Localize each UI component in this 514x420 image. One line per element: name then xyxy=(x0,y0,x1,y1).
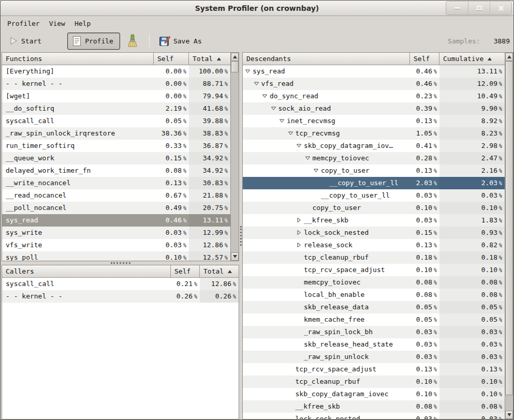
expander-open-icon[interactable] xyxy=(313,168,319,173)
table-row[interactable]: _raw_spin_unlock_irqrestore38.36%38.83% xyxy=(2,127,230,140)
scroll-down-button[interactable] xyxy=(505,411,513,419)
tree-row[interactable]: vfs_read0.46%12.09% xyxy=(243,78,505,90)
self-value: 0.10% xyxy=(410,376,439,388)
tree-row[interactable]: tcp_rcv_space_adjust0.10%0.10% xyxy=(243,264,505,276)
reset-button[interactable] xyxy=(123,33,142,49)
minimize-button[interactable] xyxy=(446,2,468,14)
function-name: inet_recvmsg xyxy=(243,115,410,127)
expander-open-icon[interactable] xyxy=(305,155,311,161)
maximize-button[interactable] xyxy=(468,2,490,14)
column-header-self[interactable]: Self xyxy=(154,53,189,65)
function-name: __write_nocancel xyxy=(2,177,154,189)
profile-document-icon xyxy=(72,36,82,47)
expander-open-icon[interactable] xyxy=(279,118,285,124)
table-row[interactable]: __poll_nocancel0.49%20.75% xyxy=(2,202,230,214)
tree-row[interactable]: lock_sock_nested0.15%0.93% xyxy=(243,227,505,239)
tree-row[interactable]: __copy_to_user_ll0.03%0.03% xyxy=(243,189,505,202)
expander-open-icon[interactable] xyxy=(271,106,276,111)
tree-row[interactable]: copy_to_user0.10%0.10% xyxy=(243,202,505,214)
tree-row[interactable]: __copy_to_user_ll2.03%2.03% xyxy=(243,177,505,189)
expander-open-icon[interactable] xyxy=(262,93,268,99)
save-as-button[interactable]: Save As xyxy=(156,34,205,48)
tree-row[interactable]: skb_copy_datagram_iov…0.41%2.98% xyxy=(243,140,505,152)
table-row[interactable]: sys_read0.46%13.11% xyxy=(2,214,230,227)
functions-scrollbar[interactable] xyxy=(230,53,239,261)
menu-help[interactable]: Help xyxy=(70,18,95,29)
expander-open-icon[interactable] xyxy=(245,68,251,74)
table-row[interactable]: __write_nocancel0.13%30.83% xyxy=(2,177,230,189)
table-row[interactable]: - - kernel - -0.26%0.26% xyxy=(2,290,239,303)
tree-row[interactable]: release_sock0.13%0.82% xyxy=(243,239,505,251)
expander-open-icon[interactable] xyxy=(254,81,259,86)
function-name: tcp_rcv_space_adjust xyxy=(243,363,410,376)
table-row[interactable]: __do_softirq2.19%41.68% xyxy=(2,102,230,115)
profile-toggle-button[interactable]: Profile xyxy=(67,33,120,50)
menu-view[interactable]: View xyxy=(45,18,70,29)
scroll-down-button[interactable] xyxy=(231,252,239,261)
tree-row[interactable]: do_sync_read0.23%10.49% xyxy=(243,90,505,102)
function-name: syscall_call xyxy=(2,115,154,127)
close-button[interactable] xyxy=(490,2,511,14)
scroll-up-button[interactable] xyxy=(505,53,513,61)
table-row[interactable]: [wget]0.00%79.94% xyxy=(2,90,230,102)
function-name: tcp_cleanup_rbuf xyxy=(243,251,410,264)
table-row[interactable]: delayed_work_timer_fn0.08%34.92% xyxy=(2,164,230,177)
cumulative-value: 0.03% xyxy=(439,351,505,363)
menu-profiler[interactable]: Profiler xyxy=(3,18,45,29)
scrollbar-thumb[interactable] xyxy=(505,61,513,395)
table-row[interactable]: [Everything]0.00%100.00% xyxy=(2,65,230,78)
expander-collapsed-icon[interactable] xyxy=(296,217,302,223)
column-header-self[interactable]: Self xyxy=(410,53,439,65)
table-row[interactable]: __read_nocancel0.67%21.88% xyxy=(2,189,230,202)
column-header-descendants[interactable]: Descendants xyxy=(243,53,410,65)
table-row[interactable]: syscall_call0.05%39.88% xyxy=(2,115,230,127)
tree-row[interactable]: __kfree_skb0.03%1.83% xyxy=(243,214,505,227)
scrollbar-thumb[interactable] xyxy=(231,61,239,72)
column-header-total[interactable]: Total xyxy=(189,53,230,65)
tree-row[interactable]: tcp_rcv_space_adjust0.13%0.13% xyxy=(243,363,505,376)
save-floppy-icon xyxy=(159,35,170,47)
expander-open-icon[interactable] xyxy=(288,130,293,136)
tree-row[interactable]: local_bh_enable0.08%0.08% xyxy=(243,289,505,301)
tree-row[interactable]: tcp_recvmsg1.05%8.23% xyxy=(243,127,505,140)
tree-row[interactable]: _raw_spin_lock_bh0.03%0.03% xyxy=(243,326,505,338)
toolbar-separator xyxy=(149,35,150,47)
tree-row[interactable]: copy_to_user0.13%2.16% xyxy=(243,164,505,177)
tree-row[interactable]: _raw_spin_unlock0.03%0.03% xyxy=(243,351,505,363)
tree-row[interactable]: tcp_cleanup_rbuf0.10%0.10% xyxy=(243,376,505,388)
start-button[interactable]: Start xyxy=(6,35,45,47)
tree-row[interactable]: kmem_cache_free0.05%0.05% xyxy=(243,313,505,326)
function-name: - - kernel - - xyxy=(2,78,154,90)
expander-open-icon[interactable] xyxy=(296,143,302,148)
tree-row[interactable]: memcpy_toiovec0.28%2.47% xyxy=(243,152,505,164)
table-row[interactable]: syscall_call0.21%12.86% xyxy=(2,278,239,290)
tree-row[interactable]: sock_aio_read0.39%9.90% xyxy=(243,102,505,115)
table-row[interactable]: - - kernel - -0.00%88.71% xyxy=(2,78,230,90)
tree-row[interactable]: skb_release_data0.05%0.05% xyxy=(243,301,505,313)
titlebar[interactable]: System Profiler (on crownbay) xyxy=(1,1,513,16)
total-value: 79.94% xyxy=(189,90,230,102)
tree-row[interactable]: __kfree_skb0.08%0.08% xyxy=(243,400,505,413)
tree-row[interactable]: memcpy_toiovec0.08%0.08% xyxy=(243,276,505,289)
table-row[interactable]: sys_poll0.10%12.57% xyxy=(2,251,230,261)
tree-row[interactable]: skb_release_head_state0.03%0.03% xyxy=(243,338,505,351)
descendants-scrollbar[interactable] xyxy=(505,53,513,419)
column-header-functions[interactable]: Functions xyxy=(2,53,154,65)
tree-row[interactable]: tcp_cleanup_rbuf0.18%0.18% xyxy=(243,251,505,264)
table-row[interactable]: sys_write0.03%12.99% xyxy=(2,227,230,239)
table-row[interactable]: __queue_work0.15%34.92% xyxy=(2,152,230,164)
horizontal-splitter[interactable] xyxy=(2,261,239,265)
column-header-self[interactable]: Self xyxy=(171,265,200,278)
tree-row[interactable]: lock_sock_nested0.03%0.03% xyxy=(243,413,505,419)
tree-row[interactable]: sys_read0.46%13.11% xyxy=(243,65,505,78)
column-header-cumulative[interactable]: Cumulative xyxy=(439,53,505,65)
expander-collapsed-icon[interactable] xyxy=(296,242,302,248)
table-row[interactable]: run_timer_softirq0.33%36.87% xyxy=(2,140,230,152)
expander-collapsed-icon[interactable] xyxy=(296,230,302,235)
tree-row[interactable]: skb_copy_datagram_iovec0.10%0.10% xyxy=(243,388,505,400)
tree-row[interactable]: inet_recvmsg0.13%8.92% xyxy=(243,115,505,127)
scroll-up-button[interactable] xyxy=(231,53,239,61)
table-row[interactable]: vfs_write0.03%12.86% xyxy=(2,239,230,251)
column-header-callers[interactable]: Callers xyxy=(2,265,171,278)
column-header-total[interactable]: Total xyxy=(200,265,239,278)
